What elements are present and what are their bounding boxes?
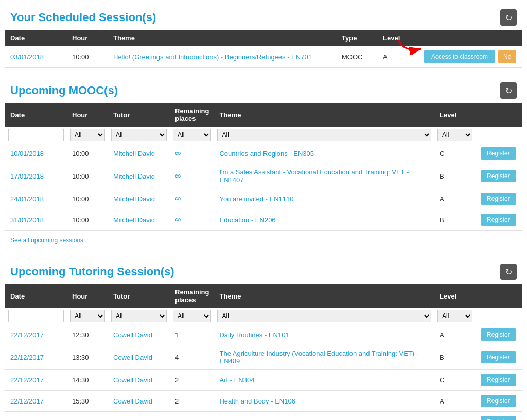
mooc-refresh-button[interactable]: ↻ <box>500 82 517 99</box>
sched-date: 03/01/2018 <box>5 46 67 68</box>
mooc-row: 10/01/2018 10:00 Mitchell David ∞ Countr… <box>5 143 522 164</box>
mooc-hour-filter[interactable]: All <box>70 129 105 141</box>
mooc-date: 10/01/2018 <box>5 143 67 164</box>
tut-level: C <box>434 370 476 391</box>
mooc-hour: 10:00 <box>67 143 108 164</box>
tut-date: 23/12/2017 <box>5 412 67 421</box>
tut-register-button[interactable]: Register <box>481 416 516 420</box>
mooc-col-action <box>476 103 522 127</box>
sched-actions: Access to classroom No <box>419 46 522 68</box>
tut-level: A <box>434 324 476 345</box>
tut-tutor-filter[interactable]: All <box>111 310 167 322</box>
mooc-date: 31/01/2018 <box>5 209 67 231</box>
tut-register-button[interactable]: Register <box>481 351 516 363</box>
tut-date: 22/12/2017 <box>5 324 67 345</box>
mooc-hour: 10:00 <box>67 209 108 231</box>
mooc-theme-filter[interactable]: All <box>217 129 431 141</box>
tut-register-button[interactable]: Register <box>481 328 516 341</box>
sched-type: MOOC <box>337 46 378 68</box>
see-all-mooc-link[interactable]: See all upcoming sessions <box>10 237 83 244</box>
scheduled-title: Your Scheduled Session(s) <box>10 11 156 24</box>
access-classroom-button[interactable]: Access to classroom <box>424 50 495 63</box>
tut-col-theme: Theme <box>214 284 434 308</box>
tut-remaining: 2 <box>170 391 214 412</box>
tut-level-filter[interactable]: All <box>437 310 472 322</box>
tut-col-hour: Hour <box>67 284 108 308</box>
mooc-level-filter[interactable]: All <box>437 129 472 141</box>
tut-level: A <box>434 391 476 412</box>
tut-hour-filter[interactable]: All <box>70 310 105 322</box>
mooc-remaining: ∞ <box>170 143 214 164</box>
mooc-register-button[interactable]: Register <box>481 214 516 226</box>
tutoring-row: 22/12/2017 14:30 Cowell David 2 Art - EN… <box>5 370 522 391</box>
tutoring-refresh-button[interactable]: ↻ <box>500 264 517 280</box>
mooc-row: 17/01/2018 10:00 Mitchell David ∞ I'm a … <box>5 164 522 188</box>
mooc-register-button[interactable]: Register <box>481 192 516 205</box>
mooc-remaining-filter[interactable]: All <box>173 129 211 141</box>
mooc-row: 24/01/2018 10:00 Mitchell David ∞ You ar… <box>5 188 522 209</box>
tut-theme: Holidays and Travels - EN202 <box>214 412 434 421</box>
tut-tutor: Cowell David <box>108 412 170 421</box>
col-type: Type <box>337 30 378 46</box>
mooc-table: Date Hour Tutor Remaining places Theme L… <box>5 103 522 231</box>
sched-theme: Hello! (Greetings and Introductions) - B… <box>108 46 337 68</box>
tutoring-row: 23/12/2017 11:30 Cowell David 3 Holidays… <box>5 412 522 421</box>
tut-date-filter[interactable] <box>8 310 64 322</box>
see-all-mooc: See all upcoming sessions <box>5 231 522 249</box>
no-button[interactable]: No <box>498 50 516 63</box>
mooc-remaining: ∞ <box>170 164 214 188</box>
mooc-theme: Education - EN206 <box>214 209 434 231</box>
tut-hour: 12:30 <box>67 324 108 345</box>
tut-remaining: 1 <box>170 324 214 345</box>
col-level: Level <box>378 30 419 46</box>
tut-remaining-filter[interactable]: All <box>173 310 211 322</box>
tut-theme: Health and Body - EN106 <box>214 391 434 412</box>
mooc-register-button[interactable]: Register <box>481 147 516 160</box>
tut-theme-filter[interactable]: All <box>217 310 431 322</box>
tut-theme: Art - EN304 <box>214 370 434 391</box>
tut-col-action <box>476 284 522 308</box>
scheduled-table: Date Hour Theme Type Level 03/01/2018 10… <box>5 30 522 68</box>
mooc-tutor: Mitchell David <box>108 164 170 188</box>
tut-col-remaining: Remaining places <box>170 284 214 308</box>
tut-hour: 13:30 <box>67 345 108 370</box>
mooc-theme: You are invited - EN1110 <box>214 188 434 209</box>
mooc-tutor: Mitchell David <box>108 143 170 164</box>
tut-date: 22/12/2017 <box>5 345 67 370</box>
mooc-row: 31/01/2018 10:00 Mitchell David ∞ Educat… <box>5 209 522 231</box>
tut-register-button[interactable]: Register <box>481 395 516 407</box>
scheduled-refresh-button[interactable]: ↻ <box>500 9 517 26</box>
tut-register-cell: Register <box>476 412 522 421</box>
tut-tutor: Cowell David <box>108 324 170 345</box>
tut-remaining: 3 <box>170 412 214 421</box>
mooc-register-cell: Register <box>476 188 522 209</box>
mooc-level: B <box>434 164 476 188</box>
tut-hour: 14:30 <box>67 370 108 391</box>
tutoring-section: Upcoming Tutoring Session(s) ↻ Date Hour… <box>5 259 522 420</box>
mooc-register-cell: Register <box>476 209 522 231</box>
tut-hour: 11:30 <box>67 412 108 421</box>
mooc-tutor: Mitchell David <box>108 188 170 209</box>
mooc-tutor-filter[interactable]: All <box>111 129 167 141</box>
mooc-col-date: Date <box>5 103 67 127</box>
mooc-theme: I'm a Sales Assistant - Vocational Educa… <box>214 164 434 188</box>
tut-register-button[interactable]: Register <box>481 374 516 386</box>
mooc-date: 24/01/2018 <box>5 188 67 209</box>
tut-theme: The Agriculture Industry (Vocational Edu… <box>214 345 434 370</box>
mooc-col-hour: Hour <box>67 103 108 127</box>
mooc-register-button[interactable]: Register <box>481 170 516 182</box>
mooc-date-filter[interactable] <box>8 129 64 141</box>
tut-col-date: Date <box>5 284 67 308</box>
mooc-tutor: Mitchell David <box>108 209 170 231</box>
tut-col-tutor: Tutor <box>108 284 170 308</box>
mooc-level: B <box>434 209 476 231</box>
tutoring-title: Upcoming Tutoring Session(s) <box>10 265 174 278</box>
mooc-level: C <box>434 143 476 164</box>
tut-level: B <box>434 345 476 370</box>
tutoring-table: Date Hour Tutor Remaining places Theme L… <box>5 284 522 420</box>
col-theme: Theme <box>108 30 337 46</box>
mooc-col-remaining: Remaining places <box>170 103 214 127</box>
tut-level: B <box>434 412 476 421</box>
mooc-theme: Countries and Regions - EN305 <box>214 143 434 164</box>
mooc-title: Upcoming MOOC(s) <box>10 84 118 97</box>
